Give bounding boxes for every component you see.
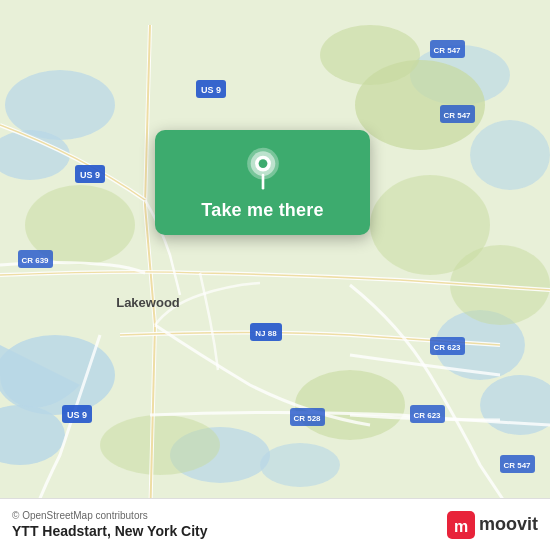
svg-text:CR 547: CR 547 (503, 461, 531, 470)
attribution-text: © OpenStreetMap contributors (12, 510, 208, 521)
location-info: © OpenStreetMap contributors YTT Headsta… (12, 510, 208, 539)
svg-point-16 (295, 370, 405, 440)
svg-text:m: m (454, 518, 468, 535)
svg-point-6 (470, 120, 550, 190)
svg-text:US 9: US 9 (201, 85, 221, 95)
svg-point-44 (258, 159, 267, 168)
svg-text:CR 528: CR 528 (293, 414, 321, 423)
bottom-bar: © OpenStreetMap contributors YTT Headsta… (0, 498, 550, 550)
svg-point-1 (5, 70, 115, 140)
svg-text:Lakewood: Lakewood (116, 295, 180, 310)
moovit-brand-text: moovit (479, 514, 538, 535)
svg-point-10 (260, 443, 340, 487)
location-pin-icon (241, 146, 285, 190)
svg-point-17 (100, 415, 220, 475)
svg-text:CR 547: CR 547 (433, 46, 461, 55)
take-me-there-button[interactable]: Take me there (201, 200, 323, 221)
svg-text:NJ 88: NJ 88 (255, 329, 277, 338)
moovit-bus-icon: m (447, 511, 475, 539)
map-container: US 9 CR 547 CR 547 US 9 CR 639 US 9 NJ 8… (0, 0, 550, 550)
moovit-logo: m moovit (447, 511, 538, 539)
svg-text:CR 623: CR 623 (413, 411, 441, 420)
svg-point-12 (320, 25, 420, 85)
svg-text:CR 547: CR 547 (443, 111, 471, 120)
location-name: YTT Headstart, New York City (12, 523, 208, 539)
svg-text:US 9: US 9 (80, 170, 100, 180)
map-background: US 9 CR 547 CR 547 US 9 CR 639 US 9 NJ 8… (0, 0, 550, 550)
navigation-card: Take me there (155, 130, 370, 235)
svg-text:CR 639: CR 639 (21, 256, 49, 265)
svg-text:US 9: US 9 (67, 410, 87, 420)
svg-text:CR 623: CR 623 (433, 343, 461, 352)
